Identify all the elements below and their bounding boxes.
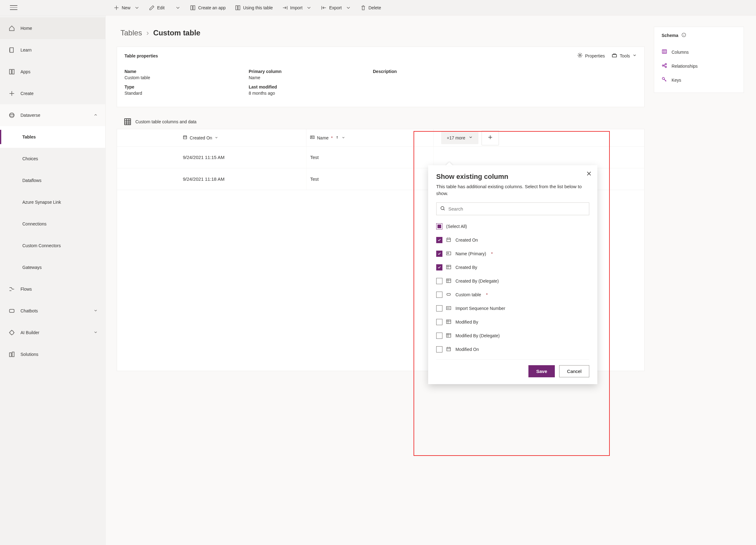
column-list-item[interactable]: (Select All)	[436, 220, 587, 233]
svg-rect-28	[662, 50, 667, 53]
nav-custom-connectors[interactable]: Custom Connectors	[0, 235, 105, 257]
checkbox[interactable]	[436, 237, 442, 243]
svg-point-31	[665, 66, 667, 68]
nav-apps[interactable]: Apps	[0, 61, 105, 83]
nav-gateways[interactable]: Gateways	[0, 257, 105, 278]
text-type-icon	[446, 251, 452, 257]
chevron-down-icon	[175, 5, 181, 11]
flyout-subtitle: This table has additional existing colum…	[436, 183, 589, 197]
nav-learn[interactable]: Learn	[0, 39, 105, 61]
cell-created: 9/24/2021 11:18 AM	[179, 168, 306, 190]
svg-rect-10	[10, 353, 11, 357]
nav-chatbots[interactable]: Chatbots	[0, 300, 105, 322]
edit-button[interactable]: Edit	[145, 3, 184, 12]
breadcrumb-root[interactable]: Tables	[120, 29, 142, 37]
nav-dataflows[interactable]: Dataflows	[0, 170, 105, 191]
export-button[interactable]: Export	[317, 3, 355, 12]
properties-label: Properties	[585, 53, 605, 58]
new-label: New	[122, 5, 130, 10]
new-button[interactable]: New	[110, 3, 143, 12]
checkbox[interactable]	[436, 264, 442, 270]
column-list-item[interactable]: Modified By (Delegate)	[436, 329, 587, 343]
info-icon[interactable]	[681, 33, 686, 38]
table-icon	[235, 5, 241, 11]
apps-icon	[9, 69, 15, 75]
nav-solutions[interactable]: Solutions	[0, 343, 105, 365]
checkbox[interactable]	[436, 305, 442, 311]
schema-relationships[interactable]: Relationships	[662, 59, 736, 73]
column-list-item[interactable]: Created By	[436, 261, 587, 274]
schema-columns-label: Columns	[672, 50, 689, 55]
show-column-flyout: Show existing column This table has addi…	[428, 165, 597, 384]
checkbox[interactable]	[436, 319, 442, 325]
column-list-item[interactable]: Import Sequence Number	[436, 302, 587, 315]
checkbox[interactable]	[436, 278, 442, 284]
properties-button[interactable]: Properties	[577, 52, 605, 59]
nav-choices[interactable]: Choices	[0, 148, 105, 170]
column-list-item[interactable]: Name (Primary)*	[436, 247, 587, 261]
import-button[interactable]: Import	[278, 3, 316, 12]
checkbox[interactable]	[436, 292, 442, 298]
relationships-icon	[662, 63, 667, 69]
sort-asc-icon	[335, 135, 339, 140]
nav-synapse[interactable]: Azure Synapse Link	[0, 191, 105, 213]
col-header-name[interactable]: Name *	[306, 129, 434, 146]
nav-home[interactable]: Home	[0, 17, 105, 39]
using-table-button[interactable]: Using this table	[231, 3, 277, 12]
save-button[interactable]: Save	[528, 365, 555, 377]
nav-connections[interactable]: Connections	[0, 213, 105, 235]
cell-name: Test	[306, 147, 434, 168]
add-column-button[interactable]	[482, 130, 499, 145]
svg-point-29	[662, 65, 664, 66]
grid-header: Created On Name *	[117, 129, 644, 147]
chevron-up-icon	[93, 113, 98, 118]
column-item-label: Name (Primary)	[455, 251, 486, 256]
cell-created: 9/24/2021 11:15 AM	[179, 147, 306, 168]
chevron-down-icon	[469, 135, 473, 140]
schema-columns[interactable]: Columns	[662, 45, 736, 59]
svg-rect-5	[12, 70, 14, 74]
column-item-label: Created By (Delegate)	[455, 279, 499, 284]
chevron-down-icon	[346, 5, 351, 11]
close-button[interactable]	[586, 171, 592, 177]
nav-dataverse[interactable]: Dataverse	[0, 104, 105, 126]
svg-rect-14	[124, 119, 130, 125]
checkbox[interactable]	[436, 251, 442, 257]
nav-ai-builder[interactable]: AI Builder	[0, 322, 105, 343]
cancel-button[interactable]: Cancel	[559, 365, 589, 377]
search-input[interactable]	[448, 206, 585, 211]
nav-learn-label: Learn	[20, 48, 32, 52]
nav-choices-label: Choices	[22, 156, 38, 161]
checkbox[interactable]	[436, 333, 442, 339]
prop-name-label: Name	[124, 69, 249, 74]
tools-button[interactable]: Tools	[612, 52, 637, 59]
column-list-item[interactable]: Modified By	[436, 315, 587, 329]
svg-rect-16	[310, 136, 314, 139]
import-icon	[282, 5, 288, 11]
nav-tables-label: Tables	[22, 134, 36, 139]
schema-keys[interactable]: Keys	[662, 73, 736, 87]
prop-primary-value: Name	[249, 75, 373, 80]
checkbox[interactable]	[436, 223, 442, 229]
column-list-item[interactable]: Created On	[436, 233, 587, 247]
nav-connections-label: Connections	[22, 221, 47, 226]
chevron-down-icon	[134, 5, 140, 11]
nav-tables[interactable]: Tables	[0, 126, 105, 148]
chevron-down-icon	[215, 135, 218, 140]
column-list-item[interactable]: Modified On	[436, 343, 587, 356]
create-app-label: Create an app	[198, 5, 226, 10]
chevron-down-icon	[306, 5, 312, 11]
col-header-created[interactable]: Created On	[179, 129, 306, 146]
more-columns-button[interactable]: +17 more	[441, 131, 478, 144]
delete-button[interactable]: Delete	[357, 3, 385, 12]
checkbox[interactable]	[436, 346, 442, 352]
nav-flows[interactable]: Flows	[0, 278, 105, 300]
column-list-item[interactable]: Created By (Delegate)	[436, 274, 587, 288]
nav-create[interactable]: Create	[0, 83, 105, 104]
column-list-item[interactable]: Custom table*	[436, 288, 587, 302]
svg-point-30	[665, 63, 667, 65]
create-app-button[interactable]: Create an app	[186, 3, 229, 12]
hamburger-icon[interactable]	[10, 4, 17, 11]
chevron-down-icon	[93, 308, 98, 314]
search-input-wrapper[interactable]	[436, 202, 589, 215]
